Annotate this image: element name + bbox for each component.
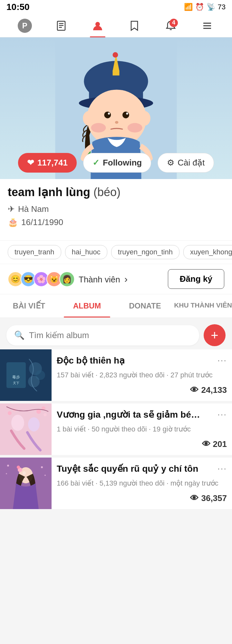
album-menu-2[interactable]: ··· bbox=[218, 409, 227, 420]
album-menu-1[interactable]: ··· bbox=[218, 355, 227, 365]
nav-p-button[interactable]: P bbox=[17, 18, 33, 33]
tabs-bar: BÀI VIẾT ALBUM DONATE KHU THÀNH VIÊN bbox=[0, 294, 232, 318]
album-time-3: một ngày trước bbox=[170, 479, 218, 487]
search-input[interactable] bbox=[29, 330, 191, 340]
svg-point-26 bbox=[115, 121, 118, 124]
svg-point-15 bbox=[113, 52, 118, 58]
wifi-icon: 📡 bbox=[207, 3, 215, 11]
status-time: 10:50 bbox=[6, 2, 30, 12]
location-item: ✈ Hà Nam bbox=[8, 204, 224, 214]
svg-point-39 bbox=[36, 409, 41, 414]
album-list: 毒步 天下 Độc bộ thiên hạ ··· 157 bài viết ·… bbox=[0, 349, 232, 512]
heart-icon: ❤ bbox=[27, 158, 34, 168]
tab-donate[interactable]: DONATE bbox=[116, 294, 174, 317]
album-top-row-1: Độc bộ thiên hạ ··· bbox=[57, 355, 227, 366]
album-info-2: Vương gia ,người ta sẽ giảm bé… ··· 1 bà… bbox=[52, 403, 232, 455]
tags-row: truyen_tranh hai_huoc truyen_ngon_tinh x… bbox=[0, 240, 232, 264]
profile-icon bbox=[92, 20, 103, 32]
svg-point-37 bbox=[8, 411, 12, 415]
album-info-1: Độc bộ thiên hạ ··· 157 bài viết · 2,823… bbox=[52, 349, 232, 401]
album-followers-3: 5,139 người theo dõi bbox=[100, 479, 165, 487]
album-followers-2: 50 người theo dõi bbox=[92, 425, 147, 433]
svg-point-48 bbox=[44, 475, 46, 476]
subscribe-button[interactable]: Đăng ký bbox=[168, 269, 224, 289]
notification-badge: 4 bbox=[169, 19, 178, 27]
svg-point-20 bbox=[91, 123, 106, 132]
svg-point-36 bbox=[28, 417, 40, 431]
members-left[interactable]: 😊 😎 🌸 😺 👩 Thành viên › bbox=[8, 271, 128, 287]
tag-0[interactable]: truyen_tranh bbox=[8, 245, 61, 259]
album-views-1: 👁 24,133 bbox=[57, 385, 227, 395]
p-circle-icon: P bbox=[18, 19, 32, 33]
album-time-2: 19 giờ trước bbox=[153, 425, 191, 433]
following-button[interactable]: ✓ Following bbox=[83, 153, 151, 173]
menu-icon bbox=[201, 20, 213, 32]
svg-point-40 bbox=[44, 413, 47, 416]
tab-album[interactable]: ALBUM bbox=[58, 294, 116, 317]
album-title-2[interactable]: Vương gia ,người ta sẽ giảm bé… bbox=[57, 409, 218, 420]
album-menu-3[interactable]: ··· bbox=[218, 463, 227, 474]
album-views-3: 👁 36,357 bbox=[57, 493, 227, 503]
views-count-2: 201 bbox=[213, 439, 227, 449]
add-album-button[interactable]: + bbox=[204, 324, 226, 346]
svg-point-23 bbox=[122, 111, 129, 118]
check-icon: ✓ bbox=[92, 158, 100, 168]
settings-button[interactable]: ⚙ Cài đặt bbox=[158, 153, 214, 173]
action-buttons-row: ❤ 117,741 ✓ Following ⚙ Cài đặt bbox=[0, 153, 232, 173]
tab-khu-thanh-vien[interactable]: KHU THÀNH VIÊN bbox=[174, 294, 232, 317]
svg-point-49 bbox=[7, 465, 9, 467]
album-art-2 bbox=[0, 403, 52, 455]
album-top-row-3: Tuyệt sắc quyến rũ quỷ y chí tôn ··· bbox=[57, 463, 227, 474]
members-chevron: › bbox=[124, 274, 128, 284]
album-posts-2: 1 bài viết bbox=[57, 425, 86, 433]
svg-point-33 bbox=[28, 376, 40, 387]
tag-2[interactable]: truyen_ngon_tinh bbox=[111, 245, 179, 259]
album-views-2: 👁 201 bbox=[57, 439, 227, 449]
birthday-item: 🎂 16/11/1990 bbox=[8, 217, 224, 227]
album-item: Vương gia ,người ta sẽ giảm bé… ··· 1 bà… bbox=[0, 403, 232, 458]
svg-text:毒步: 毒步 bbox=[12, 375, 20, 379]
likes-button[interactable]: ❤ 117,741 bbox=[18, 153, 77, 173]
album-item: 毒步 天下 Độc bộ thiên hạ ··· 157 bài viết ·… bbox=[0, 349, 232, 403]
nav-bookmark-button[interactable] bbox=[127, 18, 142, 33]
album-meta-1: 157 bài viết · 2,823 người theo dõi · 27… bbox=[57, 371, 227, 379]
search-bar: 🔍 bbox=[6, 325, 199, 346]
album-posts-3: 166 bài viết bbox=[57, 479, 93, 487]
members-row: 😊 😎 🌸 😺 👩 Thành viên › Đăng ký bbox=[0, 264, 232, 294]
svg-point-35 bbox=[11, 415, 24, 431]
tab-bai-viet[interactable]: BÀI VIẾT bbox=[0, 294, 58, 317]
signal-icon: 📶 bbox=[184, 3, 193, 11]
profile-name-suffix: (béo) bbox=[93, 185, 121, 199]
svg-point-45 bbox=[17, 466, 20, 469]
birthday-icon: 🎂 bbox=[8, 217, 18, 227]
likes-count: 117,741 bbox=[37, 158, 68, 168]
svg-text:天下: 天下 bbox=[13, 381, 19, 385]
svg-rect-14 bbox=[113, 71, 120, 76]
svg-point-24 bbox=[108, 113, 110, 115]
album-title-1[interactable]: Độc bộ thiên hạ bbox=[57, 355, 218, 366]
battery-text: 73 bbox=[218, 3, 226, 11]
birthday-text: 16/11/1990 bbox=[21, 217, 63, 227]
status-icons: 📶 ⏰ 📡 73 bbox=[184, 3, 226, 11]
nav-bell-button[interactable]: 4 bbox=[163, 18, 179, 33]
eye-icon-2: 👁 bbox=[202, 439, 210, 449]
search-section: 🔍 + bbox=[0, 318, 232, 349]
profile-name: team lạnh lùng (béo) bbox=[8, 185, 224, 199]
svg-point-47 bbox=[41, 466, 43, 468]
nav-menu-button[interactable] bbox=[199, 18, 215, 33]
status-bar: 10:50 📶 ⏰ 📡 73 bbox=[0, 0, 232, 14]
tag-1[interactable]: hai_huoc bbox=[65, 245, 107, 259]
plus-icon: + bbox=[211, 329, 218, 342]
nav-book-button[interactable] bbox=[53, 18, 69, 33]
svg-point-25 bbox=[126, 113, 128, 115]
album-art-3 bbox=[0, 458, 52, 509]
book-icon bbox=[55, 20, 67, 32]
tag-3[interactable]: xuyen_khong bbox=[183, 245, 232, 259]
members-label[interactable]: Thành viên › bbox=[79, 274, 128, 285]
eye-icon-3: 👁 bbox=[190, 493, 198, 503]
album-time-1: 27 phút trước bbox=[170, 371, 213, 379]
alarm-icon: ⏰ bbox=[195, 3, 204, 11]
album-title-3[interactable]: Tuyệt sắc quyến rũ quỷ y chí tôn bbox=[57, 463, 218, 474]
views-count-3: 36,357 bbox=[201, 493, 227, 503]
nav-profile-button[interactable] bbox=[90, 18, 105, 33]
